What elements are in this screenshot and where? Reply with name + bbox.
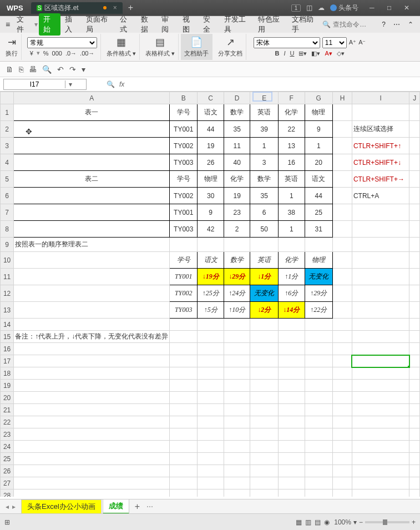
cell-I27[interactable] [352, 477, 409, 489]
row-header-22[interactable]: 22 [1, 416, 14, 428]
hamburger-icon[interactable]: ≡ [3, 20, 12, 29]
comma-button[interactable]: 000 [52, 50, 62, 57]
cell-I14[interactable] [352, 319, 409, 331]
cell-I7[interactable] [352, 204, 409, 221]
cell-C10[interactable]: 语文 [198, 252, 224, 269]
cell-H18[interactable] [333, 367, 352, 380]
menu-security[interactable]: 安全 [200, 12, 220, 37]
cell-F1[interactable]: 化学 [278, 104, 305, 121]
cell-I20[interactable] [352, 392, 409, 404]
cell-I25[interactable] [352, 453, 409, 465]
cell-H26[interactable] [333, 465, 352, 477]
cell-I13[interactable] [352, 302, 409, 319]
cell-I22[interactable] [352, 416, 409, 428]
cell-I12[interactable] [352, 285, 409, 302]
cell-D26[interactable] [224, 465, 250, 477]
cell-H9[interactable] [333, 238, 352, 252]
cell-E19[interactable] [250, 380, 279, 392]
qat-preview-icon[interactable]: 🔍 [42, 65, 52, 74]
search-input[interactable] [333, 21, 377, 28]
skin-icon[interactable]: ◫ [306, 4, 312, 12]
cell-J11[interactable] [409, 269, 420, 285]
cell-I21[interactable] [352, 404, 409, 416]
cell-H8[interactable] [333, 221, 352, 238]
cell-F23[interactable] [278, 428, 305, 441]
cell-I18[interactable] [352, 367, 409, 380]
cell-G18[interactable] [305, 367, 333, 380]
cell-J23[interactable] [409, 428, 420, 441]
cell-A24[interactable] [14, 441, 170, 453]
cell-D8[interactable]: 2 [224, 221, 250, 238]
menu-devtools[interactable]: 开发工具 [221, 12, 254, 37]
cell-H25[interactable] [333, 453, 352, 465]
cell-J10[interactable] [409, 252, 420, 269]
cell-J15[interactable] [409, 331, 420, 343]
cell-G14[interactable] [305, 319, 333, 331]
name-box[interactable]: ▾ [3, 79, 87, 90]
cell-D15[interactable] [224, 331, 250, 343]
cell-I17[interactable] [352, 355, 409, 367]
cell-H21[interactable] [333, 404, 352, 416]
cell-I19[interactable] [352, 380, 409, 392]
cell-I15[interactable] [352, 331, 409, 343]
cell-B13[interactable]: TY003 [170, 302, 198, 319]
cell-D14[interactable] [224, 319, 250, 331]
cell-E4[interactable]: 3 [250, 154, 279, 171]
cell-J27[interactable] [409, 477, 420, 489]
cell-C24[interactable] [198, 441, 224, 453]
cell-D18[interactable] [224, 367, 250, 380]
cell-A20[interactable] [14, 392, 170, 404]
cell-B28[interactable] [170, 489, 198, 497]
cell-D9[interactable] [224, 238, 250, 252]
qat-saveas-icon[interactable]: ⎘ [19, 65, 23, 74]
name-box-input[interactable] [4, 80, 65, 88]
row-header-26[interactable]: 26 [1, 465, 14, 477]
cell-I2[interactable]: 连续区域选择 [352, 121, 409, 138]
cell-J16[interactable] [409, 343, 420, 355]
col-header-H[interactable]: H [333, 92, 352, 104]
cell-H11[interactable] [333, 269, 352, 285]
menu-pagelayout[interactable]: 页面布局 [83, 12, 115, 37]
cell-D25[interactable] [224, 453, 250, 465]
cell-B7[interactable]: TY001 [170, 204, 198, 221]
cell-G6[interactable]: 44 [305, 188, 333, 204]
cell-I26[interactable] [352, 465, 409, 477]
row-header-17[interactable]: 17 [1, 355, 14, 367]
cell-I24[interactable] [352, 441, 409, 453]
cell-F28[interactable] [278, 489, 305, 497]
cell-B5[interactable]: 学号 [170, 171, 198, 188]
cell-E15[interactable] [250, 331, 279, 343]
cell-C26[interactable] [198, 465, 224, 477]
cell-B10[interactable]: 学号 [170, 252, 198, 269]
cell-C28[interactable] [198, 489, 224, 497]
menu-file[interactable]: 文件 [13, 12, 33, 37]
cell-J25[interactable] [409, 453, 420, 465]
col-header-F[interactable]: F [278, 92, 305, 104]
minimize-button[interactable]: ─ [364, 4, 379, 12]
cell-H15[interactable] [333, 331, 352, 343]
cell-D27[interactable] [224, 477, 250, 489]
cell-G28[interactable] [305, 489, 333, 497]
cell-J4[interactable] [409, 154, 420, 171]
cell-F25[interactable] [278, 453, 305, 465]
cell-C1[interactable]: 语文 [198, 104, 224, 121]
sheet-list-button[interactable]: ⋯ [146, 503, 153, 511]
cell-E5[interactable]: 数学 [250, 171, 279, 188]
cell-D1[interactable]: 数学 [224, 104, 250, 121]
cell-F8[interactable]: 1 [278, 221, 305, 238]
cell-C11[interactable]: ↓19分 [198, 269, 224, 285]
cell-G7[interactable]: 25 [305, 204, 333, 221]
cell-H12[interactable] [333, 285, 352, 302]
cell-J17[interactable] [409, 355, 420, 367]
row-header-20[interactable]: 20 [1, 392, 14, 404]
cell-E2[interactable]: 39 [250, 121, 279, 138]
cell-C9[interactable] [198, 238, 224, 252]
cell-A16[interactable] [14, 343, 170, 355]
cell-A5[interactable]: 表二 [14, 171, 170, 188]
cell-F19[interactable] [278, 380, 305, 392]
cell-H3[interactable] [333, 138, 352, 154]
cell-B23[interactable] [170, 428, 198, 441]
cell-J14[interactable] [409, 319, 420, 331]
cell-A3[interactable] [14, 138, 170, 154]
cell-D11[interactable]: ↓29分 [224, 269, 250, 285]
